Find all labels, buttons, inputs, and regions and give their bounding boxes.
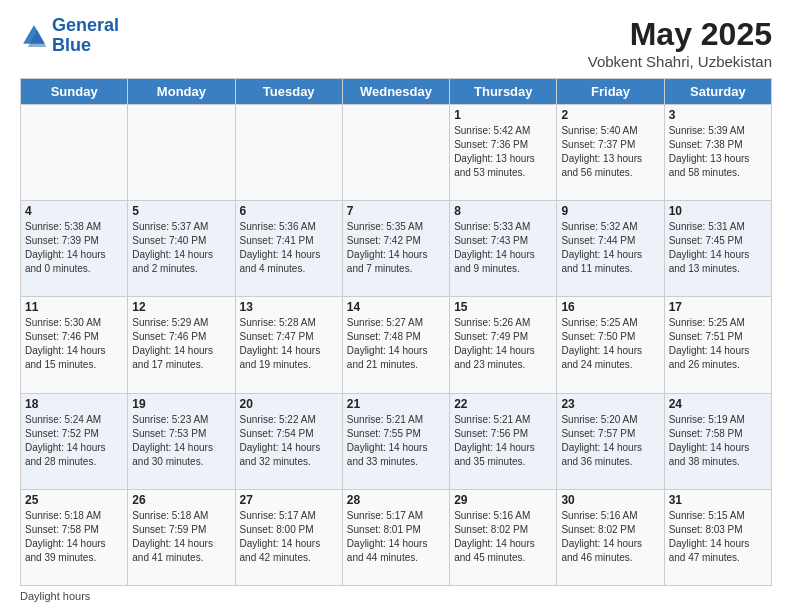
- day-info: Sunrise: 5:33 AM Sunset: 7:43 PM Dayligh…: [454, 220, 552, 276]
- day-info: Sunrise: 5:19 AM Sunset: 7:58 PM Dayligh…: [669, 413, 767, 469]
- day-cell: 31Sunrise: 5:15 AM Sunset: 8:03 PM Dayli…: [664, 489, 771, 585]
- day-header-monday: Monday: [128, 79, 235, 105]
- day-cell: 14Sunrise: 5:27 AM Sunset: 7:48 PM Dayli…: [342, 297, 449, 393]
- day-cell: 9Sunrise: 5:32 AM Sunset: 7:44 PM Daylig…: [557, 201, 664, 297]
- day-cell: 17Sunrise: 5:25 AM Sunset: 7:51 PM Dayli…: [664, 297, 771, 393]
- title-block: May 2025 Vobkent Shahri, Uzbekistan: [588, 16, 772, 70]
- day-header-tuesday: Tuesday: [235, 79, 342, 105]
- day-number: 13: [240, 300, 338, 314]
- day-number: 8: [454, 204, 552, 218]
- day-info: Sunrise: 5:18 AM Sunset: 7:58 PM Dayligh…: [25, 509, 123, 565]
- day-number: 7: [347, 204, 445, 218]
- day-cell: 29Sunrise: 5:16 AM Sunset: 8:02 PM Dayli…: [450, 489, 557, 585]
- header: General Blue May 2025 Vobkent Shahri, Uz…: [20, 16, 772, 70]
- day-info: Sunrise: 5:16 AM Sunset: 8:02 PM Dayligh…: [454, 509, 552, 565]
- day-cell: 5Sunrise: 5:37 AM Sunset: 7:40 PM Daylig…: [128, 201, 235, 297]
- footer: Daylight hours: [20, 590, 772, 602]
- day-number: 25: [25, 493, 123, 507]
- day-info: Sunrise: 5:21 AM Sunset: 7:56 PM Dayligh…: [454, 413, 552, 469]
- day-cell: [235, 105, 342, 201]
- day-cell: 12Sunrise: 5:29 AM Sunset: 7:46 PM Dayli…: [128, 297, 235, 393]
- page: General Blue May 2025 Vobkent Shahri, Uz…: [0, 0, 792, 612]
- day-number: 21: [347, 397, 445, 411]
- day-number: 22: [454, 397, 552, 411]
- day-cell: 2Sunrise: 5:40 AM Sunset: 7:37 PM Daylig…: [557, 105, 664, 201]
- week-row-0: 1Sunrise: 5:42 AM Sunset: 7:36 PM Daylig…: [21, 105, 772, 201]
- day-cell: 13Sunrise: 5:28 AM Sunset: 7:47 PM Dayli…: [235, 297, 342, 393]
- day-number: 29: [454, 493, 552, 507]
- day-cell: 28Sunrise: 5:17 AM Sunset: 8:01 PM Dayli…: [342, 489, 449, 585]
- day-info: Sunrise: 5:26 AM Sunset: 7:49 PM Dayligh…: [454, 316, 552, 372]
- day-cell: 20Sunrise: 5:22 AM Sunset: 7:54 PM Dayli…: [235, 393, 342, 489]
- day-info: Sunrise: 5:15 AM Sunset: 8:03 PM Dayligh…: [669, 509, 767, 565]
- day-info: Sunrise: 5:25 AM Sunset: 7:51 PM Dayligh…: [669, 316, 767, 372]
- day-info: Sunrise: 5:39 AM Sunset: 7:38 PM Dayligh…: [669, 124, 767, 180]
- day-info: Sunrise: 5:17 AM Sunset: 8:00 PM Dayligh…: [240, 509, 338, 565]
- day-cell: 6Sunrise: 5:36 AM Sunset: 7:41 PM Daylig…: [235, 201, 342, 297]
- day-number: 20: [240, 397, 338, 411]
- day-number: 23: [561, 397, 659, 411]
- day-info: Sunrise: 5:20 AM Sunset: 7:57 PM Dayligh…: [561, 413, 659, 469]
- day-number: 30: [561, 493, 659, 507]
- day-number: 5: [132, 204, 230, 218]
- week-row-4: 25Sunrise: 5:18 AM Sunset: 7:58 PM Dayli…: [21, 489, 772, 585]
- logo: General Blue: [20, 16, 119, 56]
- day-info: Sunrise: 5:35 AM Sunset: 7:42 PM Dayligh…: [347, 220, 445, 276]
- day-header-friday: Friday: [557, 79, 664, 105]
- day-cell: 4Sunrise: 5:38 AM Sunset: 7:39 PM Daylig…: [21, 201, 128, 297]
- day-info: Sunrise: 5:28 AM Sunset: 7:47 PM Dayligh…: [240, 316, 338, 372]
- day-number: 14: [347, 300, 445, 314]
- day-info: Sunrise: 5:23 AM Sunset: 7:53 PM Dayligh…: [132, 413, 230, 469]
- day-cell: 18Sunrise: 5:24 AM Sunset: 7:52 PM Dayli…: [21, 393, 128, 489]
- week-row-2: 11Sunrise: 5:30 AM Sunset: 7:46 PM Dayli…: [21, 297, 772, 393]
- day-number: 18: [25, 397, 123, 411]
- day-number: 1: [454, 108, 552, 122]
- day-number: 9: [561, 204, 659, 218]
- day-cell: 15Sunrise: 5:26 AM Sunset: 7:49 PM Dayli…: [450, 297, 557, 393]
- day-cell: 16Sunrise: 5:25 AM Sunset: 7:50 PM Dayli…: [557, 297, 664, 393]
- calendar-header-row: SundayMondayTuesdayWednesdayThursdayFrid…: [21, 79, 772, 105]
- week-row-3: 18Sunrise: 5:24 AM Sunset: 7:52 PM Dayli…: [21, 393, 772, 489]
- day-info: Sunrise: 5:17 AM Sunset: 8:01 PM Dayligh…: [347, 509, 445, 565]
- day-info: Sunrise: 5:32 AM Sunset: 7:44 PM Dayligh…: [561, 220, 659, 276]
- day-info: Sunrise: 5:38 AM Sunset: 7:39 PM Dayligh…: [25, 220, 123, 276]
- day-number: 28: [347, 493, 445, 507]
- day-header-thursday: Thursday: [450, 79, 557, 105]
- day-cell: 8Sunrise: 5:33 AM Sunset: 7:43 PM Daylig…: [450, 201, 557, 297]
- day-cell: 19Sunrise: 5:23 AM Sunset: 7:53 PM Dayli…: [128, 393, 235, 489]
- day-info: Sunrise: 5:36 AM Sunset: 7:41 PM Dayligh…: [240, 220, 338, 276]
- day-cell: 27Sunrise: 5:17 AM Sunset: 8:00 PM Dayli…: [235, 489, 342, 585]
- day-header-sunday: Sunday: [21, 79, 128, 105]
- day-number: 19: [132, 397, 230, 411]
- day-info: Sunrise: 5:22 AM Sunset: 7:54 PM Dayligh…: [240, 413, 338, 469]
- day-header-wednesday: Wednesday: [342, 79, 449, 105]
- day-cell: 30Sunrise: 5:16 AM Sunset: 8:02 PM Dayli…: [557, 489, 664, 585]
- day-number: 12: [132, 300, 230, 314]
- day-cell: 22Sunrise: 5:21 AM Sunset: 7:56 PM Dayli…: [450, 393, 557, 489]
- day-header-saturday: Saturday: [664, 79, 771, 105]
- day-number: 3: [669, 108, 767, 122]
- subtitle: Vobkent Shahri, Uzbekistan: [588, 53, 772, 70]
- day-info: Sunrise: 5:42 AM Sunset: 7:36 PM Dayligh…: [454, 124, 552, 180]
- day-cell: 26Sunrise: 5:18 AM Sunset: 7:59 PM Dayli…: [128, 489, 235, 585]
- day-cell: 24Sunrise: 5:19 AM Sunset: 7:58 PM Dayli…: [664, 393, 771, 489]
- day-number: 2: [561, 108, 659, 122]
- day-number: 27: [240, 493, 338, 507]
- day-number: 24: [669, 397, 767, 411]
- day-info: Sunrise: 5:29 AM Sunset: 7:46 PM Dayligh…: [132, 316, 230, 372]
- day-number: 17: [669, 300, 767, 314]
- day-cell: 1Sunrise: 5:42 AM Sunset: 7:36 PM Daylig…: [450, 105, 557, 201]
- day-info: Sunrise: 5:31 AM Sunset: 7:45 PM Dayligh…: [669, 220, 767, 276]
- day-info: Sunrise: 5:27 AM Sunset: 7:48 PM Dayligh…: [347, 316, 445, 372]
- day-cell: [128, 105, 235, 201]
- logo-icon: [20, 22, 48, 50]
- day-info: Sunrise: 5:24 AM Sunset: 7:52 PM Dayligh…: [25, 413, 123, 469]
- logo-line1: General: [52, 16, 119, 36]
- day-cell: 21Sunrise: 5:21 AM Sunset: 7:55 PM Dayli…: [342, 393, 449, 489]
- day-number: 26: [132, 493, 230, 507]
- day-cell: 3Sunrise: 5:39 AM Sunset: 7:38 PM Daylig…: [664, 105, 771, 201]
- logo-text: General Blue: [52, 16, 119, 56]
- day-info: Sunrise: 5:40 AM Sunset: 7:37 PM Dayligh…: [561, 124, 659, 180]
- day-number: 11: [25, 300, 123, 314]
- day-number: 10: [669, 204, 767, 218]
